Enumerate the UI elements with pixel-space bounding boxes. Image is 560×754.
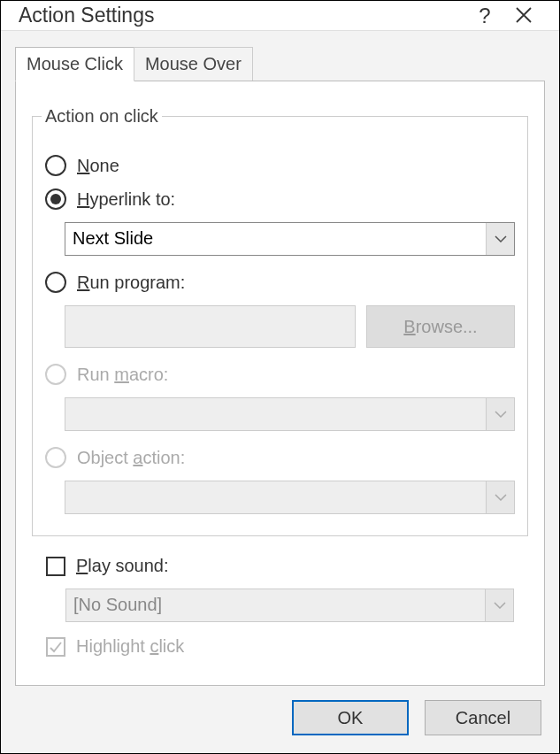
object-action-select-wrap <box>65 481 515 514</box>
radio-none[interactable] <box>45 155 66 176</box>
option-none-label: None <box>77 156 119 176</box>
option-hyperlink-label: Hyperlink to: <box>77 189 175 210</box>
radio-hyperlink[interactable] <box>45 188 66 210</box>
option-run-macro-row: Run macro: <box>45 364 515 385</box>
sound-select-value: [No Sound] <box>66 589 485 621</box>
tab-mouse-click[interactable]: Mouse Click <box>15 47 134 81</box>
option-object-action-row: Object action: <box>45 447 515 468</box>
highlight-click-label: Highlight click <box>76 636 184 657</box>
play-sound-row[interactable]: Play sound: <box>46 556 514 576</box>
chevron-down-icon <box>486 398 514 430</box>
option-run-program-row[interactable]: Run program: <box>45 272 515 293</box>
action-settings-dialog: Action Settings ? Mouse Click Mouse Over… <box>0 0 560 754</box>
dialog-title: Action Settings <box>19 4 465 27</box>
run-program-input <box>65 305 356 348</box>
option-run-program-label: Run program: <box>77 273 185 293</box>
checkbox-play-sound[interactable] <box>46 557 65 576</box>
sound-select-wrap: [No Sound] <box>65 589 514 622</box>
radio-object-action <box>45 447 66 468</box>
run-macro-select-wrap <box>65 397 515 431</box>
chevron-down-icon <box>485 589 513 621</box>
object-action-select-value <box>65 481 486 513</box>
action-on-click-group: Action on click None Hyperlink to: Next … <box>32 106 528 536</box>
radio-run-program[interactable] <box>45 272 66 293</box>
tab-panel-mouse-click: Action on click None Hyperlink to: Next … <box>15 81 545 686</box>
hyperlink-select-wrap: Next Slide <box>65 222 515 256</box>
sound-select: [No Sound] <box>65 589 514 622</box>
browse-button: Browse... <box>366 305 515 348</box>
chevron-down-icon <box>486 481 514 513</box>
titlebar: Action Settings ? <box>1 1 559 31</box>
option-none-row[interactable]: None <box>45 155 515 176</box>
play-sound-label: Play sound: <box>76 556 169 576</box>
option-hyperlink-row[interactable]: Hyperlink to: <box>45 188 515 210</box>
help-icon[interactable]: ? <box>465 4 504 28</box>
group-legend: Action on click <box>42 106 162 127</box>
option-object-action-label: Object action: <box>77 448 185 468</box>
hyperlink-select[interactable]: Next Slide <box>65 222 515 256</box>
dialog-body: Mouse Click Mouse Over Action on click N… <box>1 31 559 686</box>
hyperlink-select-value: Next Slide <box>65 223 486 255</box>
option-run-macro-label: Run macro: <box>77 365 168 385</box>
checkbox-highlight-click <box>46 637 65 657</box>
chevron-down-icon[interactable] <box>486 223 514 255</box>
ok-button[interactable]: OK <box>292 700 409 735</box>
run-macro-select-value <box>65 398 486 430</box>
dialog-footer: OK Cancel <box>1 686 559 753</box>
run-program-controls: Browse... <box>65 305 515 348</box>
close-icon[interactable] <box>504 4 543 28</box>
run-macro-select <box>65 397 515 431</box>
object-action-select <box>65 481 515 514</box>
below-group: Play sound: [No Sound] Highlight click <box>32 536 528 657</box>
highlight-click-row: Highlight click <box>46 636 514 657</box>
tab-mouse-over[interactable]: Mouse Over <box>134 47 253 81</box>
cancel-button[interactable]: Cancel <box>425 700 541 735</box>
tabstrip: Mouse Click Mouse Over <box>15 47 545 81</box>
radio-run-macro <box>45 364 66 385</box>
